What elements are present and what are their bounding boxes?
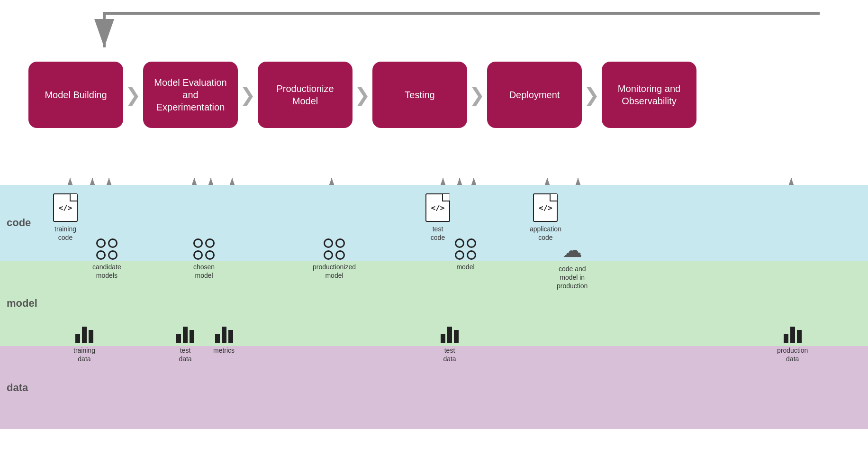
data-icon-production	[784, 322, 802, 343]
label-chosen-model: chosenmodel	[193, 263, 215, 280]
layer-model-label: model	[7, 297, 37, 310]
chosen-circle-2	[205, 238, 215, 248]
chosen-circle-1	[193, 238, 203, 248]
label-training-code: trainingcode	[54, 225, 76, 242]
data-icon-test-testing	[441, 322, 459, 343]
item-test-code: </> testcode	[425, 193, 450, 242]
item-production-data: productiondata	[777, 322, 808, 363]
chevron-2: ❯	[240, 85, 256, 104]
item-candidate-models: candidatemodels	[92, 238, 121, 280]
label-production-data: productiondata	[777, 346, 808, 363]
layer-data-band: data	[0, 346, 868, 429]
label-testing-model: model	[456, 263, 474, 271]
bar-2	[82, 327, 87, 343]
code-icon-inner: </>	[59, 203, 72, 212]
label-candidate-models: candidatemodels	[92, 263, 121, 280]
metrics-bar-1	[215, 334, 220, 343]
item-metrics: metrics	[213, 322, 235, 355]
item-training-data: trainingdata	[73, 322, 95, 363]
label-test-code: testcode	[431, 225, 445, 242]
process-box-productionize: Productionize Model	[258, 62, 353, 128]
item-code-model-production: ☁ code andmodel inproduction	[557, 238, 588, 291]
chevron-3: ❯	[354, 85, 371, 104]
label-test-data-testing: testdata	[443, 346, 456, 363]
model-circle-4	[108, 250, 118, 260]
process-box-deployment: Deployment	[487, 62, 582, 128]
metrics-bar-3	[228, 330, 233, 343]
eval-bar-3	[190, 330, 194, 343]
prod-circle-2	[335, 238, 345, 248]
model-circle-2	[108, 238, 118, 248]
process-box-testing: Testing	[372, 62, 467, 128]
process-box-model-evaluation: Model Evaluation and Experimentation	[143, 62, 238, 128]
item-application-code: </> applicationcode	[530, 193, 561, 242]
process-row: Model Building ❯ Model Evaluation and Ex…	[28, 62, 854, 128]
cloud-icon: ☁	[562, 238, 582, 262]
chevron-1: ❯	[125, 85, 141, 104]
test-circle-1	[455, 238, 464, 248]
model-circle-1	[96, 238, 106, 248]
code-icon-training: </>	[53, 193, 78, 222]
code-icon-test-inner: </>	[431, 203, 445, 212]
bar-3	[89, 330, 93, 343]
test-circle-2	[467, 238, 476, 248]
prod-circle-4	[335, 250, 345, 260]
model-icon-chosen	[193, 238, 215, 260]
test-circle-3	[455, 250, 464, 260]
prod-bar-2	[790, 327, 795, 343]
model-icon-candidate	[96, 238, 118, 260]
data-icon-training	[75, 322, 93, 343]
testing-bar-1	[441, 334, 445, 343]
code-icon-application-inner: </>	[539, 203, 552, 212]
bar-1	[75, 334, 80, 343]
item-chosen-model: chosenmodel	[193, 238, 215, 280]
process-box-model-building: Model Building	[28, 62, 123, 128]
testing-bar-3	[454, 330, 459, 343]
data-icon-metrics	[215, 322, 233, 343]
chevron-4: ❯	[469, 85, 485, 104]
eval-bar-2	[183, 327, 188, 343]
chevron-5: ❯	[584, 85, 600, 104]
chosen-circle-4	[205, 250, 215, 260]
model-icon-testing	[455, 238, 476, 260]
metrics-bar-2	[222, 327, 226, 343]
test-circle-4	[467, 250, 476, 260]
item-test-data-eval: testdata	[176, 322, 194, 363]
prod-bar-3	[797, 330, 802, 343]
model-circle-3	[96, 250, 106, 260]
testing-bar-2	[447, 327, 452, 343]
prod-bar-1	[784, 334, 788, 343]
layer-data-label: data	[7, 382, 28, 394]
code-icon-test: </>	[425, 193, 450, 222]
prod-circle-1	[324, 238, 333, 248]
item-testing-model: model	[455, 238, 476, 271]
label-test-data-eval: testdata	[179, 346, 191, 363]
prod-circle-3	[324, 250, 333, 260]
label-productionized-model: productionizedmodel	[313, 263, 356, 280]
eval-bar-1	[176, 334, 181, 343]
process-box-monitoring: Monitoring and Observability	[602, 62, 696, 128]
layer-code-label: code	[7, 217, 31, 229]
diagram-container: Model Building ❯ Model Evaluation and Ex…	[0, 0, 868, 457]
item-test-data-testing: testdata	[441, 322, 459, 363]
item-training-code: </> trainingcode	[53, 193, 78, 242]
data-icon-test-eval	[176, 322, 194, 343]
layer-model-band: model	[0, 261, 868, 346]
label-training-data: trainingdata	[73, 346, 95, 363]
item-productionized-model: productionizedmodel	[313, 238, 356, 280]
model-icon-productionized	[324, 238, 345, 260]
chosen-circle-3	[193, 250, 203, 260]
code-icon-application: </>	[533, 193, 558, 222]
label-code-model-production: code andmodel inproduction	[557, 265, 588, 291]
label-metrics: metrics	[213, 346, 235, 355]
